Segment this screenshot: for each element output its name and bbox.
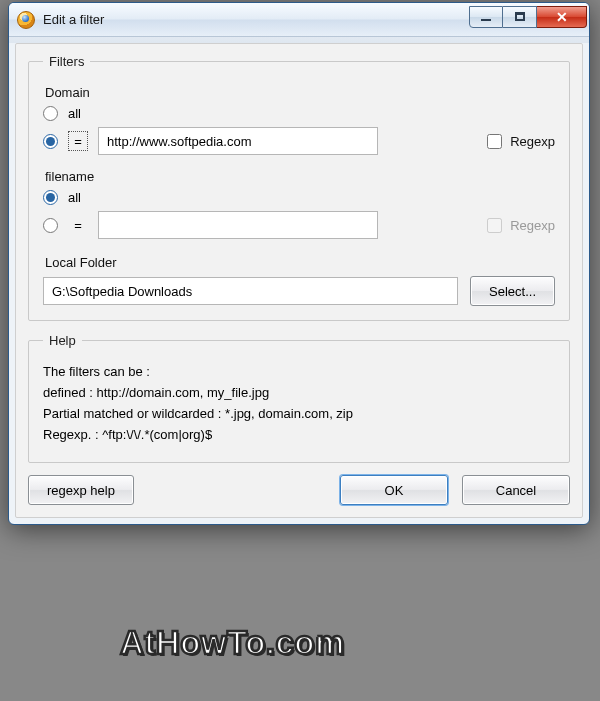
local-folder-label: Local Folder [45, 255, 555, 270]
domain-all-text: all [68, 106, 81, 121]
help-line: defined : http://domain.com, my_file.jpg [43, 385, 555, 400]
equals-icon: = [68, 131, 88, 151]
window-controls: ✕ [469, 6, 587, 28]
close-icon: ✕ [556, 10, 568, 24]
filename-radio-all[interactable] [43, 190, 58, 205]
filename-input[interactable] [98, 211, 378, 239]
firefox-icon [17, 11, 35, 29]
filename-eq-text: = [68, 218, 88, 233]
domain-regexp-checkbox[interactable] [487, 134, 502, 149]
filename-row-eq: = Regexp [43, 211, 555, 239]
titlebar[interactable]: Edit a filter ✕ [9, 3, 589, 37]
help-line: Regexp. : ^ftp:\/\/.*(com|org)$ [43, 427, 555, 442]
local-folder-row: Select... [43, 276, 555, 306]
local-folder-input[interactable] [43, 277, 458, 305]
domain-radio-eq[interactable] [43, 134, 58, 149]
window-title: Edit a filter [43, 12, 104, 27]
maximize-button[interactable] [503, 6, 537, 28]
maximize-icon [515, 12, 525, 21]
filename-regexp-checkbox [487, 218, 502, 233]
filename-regexp-wrap: Regexp [487, 218, 555, 233]
domain-radio-all[interactable] [43, 106, 58, 121]
filename-regexp-label: Regexp [510, 218, 555, 233]
minimize-icon [481, 19, 491, 21]
help-legend: Help [43, 333, 82, 348]
domain-regexp-wrap[interactable]: Regexp [487, 134, 555, 149]
domain-label: Domain [45, 85, 555, 100]
close-button[interactable]: ✕ [537, 6, 587, 28]
help-line: The filters can be : [43, 364, 555, 379]
filename-label: filename [45, 169, 555, 184]
domain-regexp-label: Regexp [510, 134, 555, 149]
select-folder-button[interactable]: Select... [470, 276, 555, 306]
button-bar: regexp help OK Cancel [28, 475, 570, 505]
domain-input[interactable] [98, 127, 378, 155]
regexp-help-button[interactable]: regexp help [28, 475, 134, 505]
ok-button[interactable]: OK [340, 475, 448, 505]
filters-legend: Filters [43, 54, 90, 69]
filename-radio-eq[interactable] [43, 218, 58, 233]
client-area: Filters Domain all = Regexp filename all [15, 43, 583, 518]
filename-row-all: all [43, 190, 555, 205]
filename-all-text: all [68, 190, 81, 205]
help-group: Help The filters can be : defined : http… [28, 333, 570, 463]
minimize-button[interactable] [469, 6, 503, 28]
filters-group: Filters Domain all = Regexp filename all [28, 54, 570, 321]
dialog-window: Edit a filter ✕ Filters Domain all = Reg… [8, 2, 590, 525]
domain-row-eq: = Regexp [43, 127, 555, 155]
watermark-text: AtHowTo.com [120, 624, 345, 662]
cancel-button[interactable]: Cancel [462, 475, 570, 505]
domain-row-all: all [43, 106, 555, 121]
help-line: Partial matched or wildcarded : *.jpg, d… [43, 406, 555, 421]
